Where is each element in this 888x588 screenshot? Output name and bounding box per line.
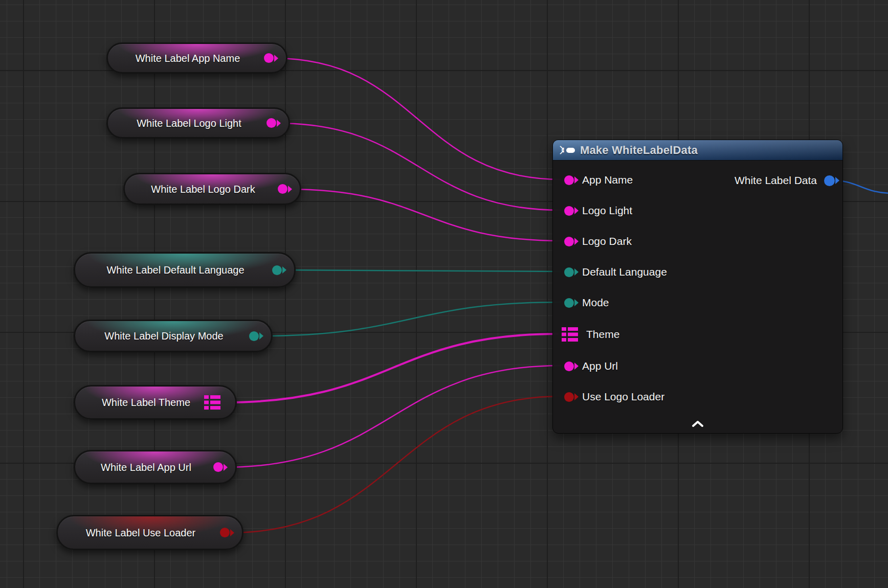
wire-app-name[interactable] bbox=[274, 58, 561, 179]
logo-dark-input-pin[interactable] bbox=[564, 237, 574, 246]
white-label-data-output-pin[interactable] bbox=[824, 175, 835, 186]
input-pin-label: Logo Dark bbox=[582, 235, 632, 247]
input-pin-label: Use Logo Loader bbox=[582, 391, 664, 403]
variable-getter-app-name[interactable]: White Label App Name bbox=[106, 42, 287, 74]
input-pin-row-theme: Theme bbox=[562, 327, 619, 342]
app-name-output-pin[interactable] bbox=[264, 53, 274, 63]
variable-getter-use-loader[interactable]: White Label Use Loader bbox=[56, 515, 243, 550]
input-pin-label: Default Language bbox=[582, 266, 667, 278]
variable-getter-display-mode[interactable]: White Label Display Mode bbox=[74, 320, 273, 352]
wire-default-language[interactable] bbox=[282, 270, 561, 272]
logo-light-output-pin[interactable] bbox=[267, 118, 276, 128]
getter-label: White Label App Name bbox=[120, 53, 255, 63]
make-node-title: Make WhiteLabelData bbox=[580, 144, 698, 157]
variable-getter-logo-light[interactable]: White Label Logo Light bbox=[106, 107, 290, 139]
logo-light-input-pin[interactable] bbox=[564, 206, 574, 216]
make-node-header[interactable]: ↘↗ Make WhiteLabelData bbox=[553, 140, 842, 161]
chevron-up-icon bbox=[691, 420, 704, 427]
input-pin-row-app-name: App Name bbox=[564, 174, 633, 186]
mode-input-pin[interactable] bbox=[564, 298, 574, 308]
getter-label: White Label App Url bbox=[87, 462, 205, 472]
input-pin-row-mode: Mode bbox=[564, 297, 609, 309]
getter-label: White Label Default Language bbox=[87, 265, 263, 275]
make-whitelabeldata-node[interactable]: ↘↗ Make WhiteLabelData App NameLogo Ligh… bbox=[552, 140, 843, 434]
input-pin-row-app-url: App Url bbox=[564, 360, 618, 372]
use-loader-output-pin[interactable] bbox=[220, 528, 230, 537]
wire-logo-light[interactable] bbox=[277, 123, 561, 210]
variable-getter-logo-dark[interactable]: White Label Logo Dark bbox=[123, 173, 301, 205]
getter-label: White Label Display Mode bbox=[87, 331, 240, 341]
variable-getter-default-language[interactable]: White Label Default Language bbox=[74, 252, 296, 288]
display-mode-output-pin[interactable] bbox=[249, 331, 259, 341]
getter-label: White Label Use Loader bbox=[70, 528, 211, 538]
output-pin-row: White Label Data bbox=[735, 174, 835, 187]
logo-dark-output-pin[interactable] bbox=[278, 184, 287, 194]
wire-app-url[interactable] bbox=[224, 366, 561, 467]
input-pin-label: App Url bbox=[582, 360, 618, 372]
wire-theme[interactable] bbox=[225, 334, 559, 402]
input-pin-row-logo-light: Logo Light bbox=[564, 205, 632, 217]
input-pin-row-logo-dark: Logo Dark bbox=[564, 235, 632, 247]
app-url-input-pin[interactable] bbox=[564, 361, 574, 371]
input-pin-label: Theme bbox=[586, 328, 619, 341]
input-pin-label: Logo Light bbox=[582, 205, 632, 217]
wire-logo-dark[interactable] bbox=[288, 189, 561, 241]
use-logo-loader-input-pin[interactable] bbox=[564, 392, 574, 402]
default-language-input-pin[interactable] bbox=[564, 267, 574, 277]
input-pin-row-use-logo-loader: Use Logo Loader bbox=[564, 391, 664, 403]
input-pin-label: Mode bbox=[582, 297, 609, 309]
getter-label: White Label Logo Light bbox=[120, 118, 258, 128]
theme-input-struct-pin-icon[interactable] bbox=[562, 327, 578, 342]
variable-getter-theme[interactable]: White Label Theme bbox=[74, 385, 237, 420]
getter-label: White Label Logo Dark bbox=[137, 184, 269, 194]
default-language-output-pin[interactable] bbox=[272, 265, 282, 275]
collapse-node-button[interactable] bbox=[686, 417, 709, 431]
app-url-output-pin[interactable] bbox=[213, 462, 223, 472]
output-pin-label: White Label Data bbox=[735, 174, 817, 187]
wire-use-loader[interactable] bbox=[230, 396, 561, 533]
input-pin-row-default-language: Default Language bbox=[564, 266, 667, 278]
wire-display-mode[interactable] bbox=[259, 302, 561, 336]
blueprint-graph-canvas[interactable]: White Label App NameWhite Label Logo Lig… bbox=[0, 0, 888, 588]
app-name-input-pin[interactable] bbox=[564, 175, 574, 185]
make-struct-icon: ↘↗ bbox=[559, 146, 575, 154]
input-pin-label: App Name bbox=[582, 174, 633, 186]
variable-getter-app-url[interactable]: White Label App Url bbox=[74, 450, 237, 484]
theme-output-struct-pin-icon[interactable] bbox=[204, 395, 220, 410]
getter-label: White Label Theme bbox=[87, 397, 205, 408]
